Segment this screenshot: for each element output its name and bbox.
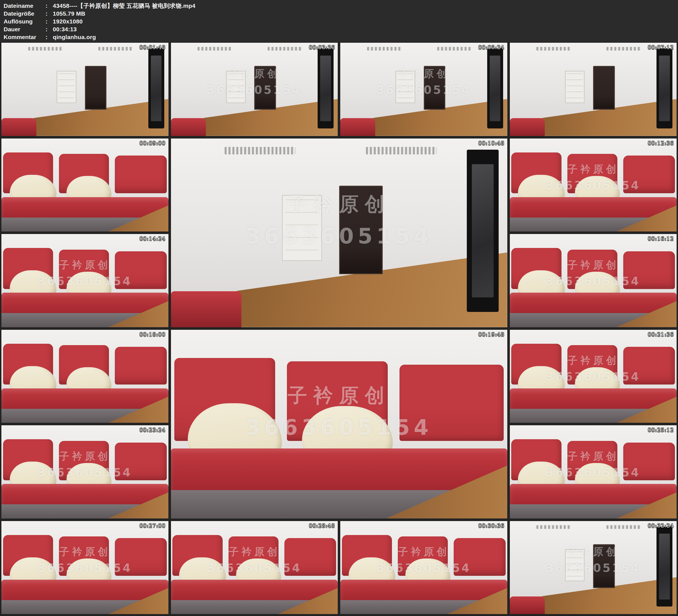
- metadata-separator: :: [45, 2, 53, 10]
- placeholder-mirror: [487, 48, 503, 128]
- metadata-row-resolution: Auflösung : 1920x1080: [4, 17, 678, 26]
- timestamp-badge: 00:03:36: [309, 44, 335, 50]
- timestamp-badge: 00:12:36: [648, 140, 674, 146]
- placeholder-sofa-corner: [510, 118, 545, 136]
- timestamp-badge: 00:32:24: [648, 523, 674, 529]
- timestamp-badge: 00:10:48: [478, 140, 504, 146]
- placeholder-mirror: [467, 150, 499, 312]
- duration-value: 00:34:13: [53, 26, 77, 33]
- metadata-row-filesize: Dateigröße : 1055.79 MB: [4, 10, 678, 17]
- video-thumbnail: 子衿原创 3663605154 00:03:36: [171, 43, 338, 136]
- thumbnail-grid: 子衿原创 3663605154 00:01:48 子衿原创 3663605154…: [0, 43, 678, 616]
- metadata-label: Auflösung: [4, 17, 45, 26]
- timestamp-badge: 00:21:36: [648, 331, 674, 337]
- metadata-row-duration: Dauer : 00:34:13: [4, 26, 678, 33]
- metadata-separator: :: [45, 26, 53, 33]
- placeholder-ceiling-vent: [366, 147, 437, 154]
- video-thumbnail: 子衿原创 3663605154 00:25:12: [510, 425, 677, 518]
- placeholder-door: [593, 66, 615, 110]
- video-thumbnail: 子衿原创 3663605154 00:09:00: [1, 139, 168, 232]
- placeholder-door: [593, 544, 615, 588]
- resolution-value: 1920x1080: [53, 17, 83, 26]
- video-thumbnail: 子衿原创 3663605154 00:27:00: [1, 521, 168, 614]
- placeholder-cabinet: [565, 71, 585, 103]
- filesize-value: 1055.79 MB: [53, 10, 85, 17]
- timestamp-badge: 00:05:24: [478, 44, 504, 50]
- video-thumbnail: 子衿原创 3663605154 00:14:24: [1, 234, 168, 327]
- metadata-separator: :: [45, 33, 53, 41]
- timestamp-badge: 00:18:00: [139, 331, 165, 337]
- placeholder-ceiling-vent: [606, 47, 641, 50]
- metadata-separator: :: [45, 10, 53, 17]
- placeholder-mirror: [656, 48, 672, 128]
- placeholder-ceiling-vent: [98, 47, 133, 50]
- video-thumbnail: 子衿原创 3663605154 00:05:24: [340, 43, 507, 136]
- video-thumbnail: 子衿原创 3663605154 00:28:48: [171, 521, 338, 614]
- video-thumbnail: 子衿原创 3663605154 00:01:48: [1, 43, 168, 136]
- placeholder-sofa-corner: [171, 291, 242, 327]
- placeholder-mirror: [317, 48, 334, 128]
- placeholder-sofa-corner: [340, 118, 375, 136]
- placeholder-ceiling-vent: [197, 47, 232, 50]
- metadata-row-comment: Kommentar : qinglanhua.org: [4, 33, 678, 41]
- timestamp-badge: 00:09:00: [139, 140, 165, 146]
- placeholder-mirror: [148, 48, 164, 128]
- video-thumbnail: 子衿原创 3663605154 00:16:12: [510, 234, 677, 327]
- timestamp-badge: 00:16:12: [648, 235, 674, 241]
- video-thumbnail: 子衿原创 3663605154 00:12:36: [510, 139, 677, 232]
- placeholder-mirror: [656, 527, 672, 607]
- timestamp-badge: 00:28:48: [309, 523, 335, 529]
- placeholder-sofa-corner: [171, 118, 206, 136]
- placeholder-ceiling-vent: [606, 525, 641, 529]
- placeholder-ceiling-vent: [536, 47, 571, 50]
- video-thumbnail: 子衿原创 3663605154 00:21:36: [510, 330, 677, 423]
- video-thumbnail: 子衿原创 3663605154 00:30:36: [340, 521, 507, 614]
- comment-value: qinglanhua.org: [53, 33, 96, 41]
- timestamp-badge: 00:30:36: [478, 523, 504, 529]
- timestamp-badge: 00:19:48: [478, 331, 504, 337]
- video-thumbnail: 子衿原创 3663605154 00:23:24: [1, 425, 168, 518]
- timestamp-badge: 00:27:00: [139, 523, 165, 529]
- placeholder-ceiling-vent: [268, 47, 303, 50]
- placeholder-ceiling-vent: [367, 47, 402, 50]
- timestamp-badge: 00:07:12: [648, 44, 674, 50]
- placeholder-door: [424, 66, 446, 110]
- timestamp-badge: 00:25:12: [648, 427, 674, 433]
- metadata-label: Dateiname: [4, 2, 45, 10]
- metadata-separator: :: [45, 17, 53, 26]
- video-thumbnail: 子衿原创 3663605154 00:10:48: [171, 139, 507, 327]
- video-thumbnail: 子衿原创 3663605154 00:07:12: [510, 43, 677, 136]
- metadata-label: Dauer: [4, 26, 45, 33]
- placeholder-ceiling-vent: [437, 47, 472, 50]
- placeholder-cabinet: [282, 195, 322, 261]
- placeholder-cabinet: [226, 71, 246, 103]
- placeholder-door: [254, 66, 276, 110]
- filename-value: 43458----【子衿原创】柳莹 五花驷马 被电到求饶.mp4: [53, 2, 195, 10]
- metadata-row-filename: Dateiname : 43458----【子衿原创】柳莹 五花驷马 被电到求饶…: [4, 2, 678, 10]
- placeholder-door: [339, 186, 383, 274]
- metadata-label: Dateigröße: [4, 10, 45, 17]
- video-thumbnail: 子衿原创 3663605154 00:19:48: [171, 330, 507, 518]
- timestamp-badge: 00:14:24: [139, 235, 165, 241]
- placeholder-ceiling-vent: [225, 147, 295, 154]
- timestamp-badge: 00:23:24: [139, 427, 165, 433]
- video-thumbnail: 子衿原创 3663605154 00:18:00: [1, 330, 168, 423]
- placeholder-cabinet: [565, 549, 585, 582]
- placeholder-sofa-corner: [1, 118, 36, 136]
- metadata-label: Kommentar: [4, 33, 45, 41]
- file-metadata-header: Dateiname : 43458----【子衿原创】柳莹 五花驷马 被电到求饶…: [0, 0, 678, 42]
- placeholder-ceiling-vent: [28, 47, 63, 50]
- placeholder-cabinet: [395, 71, 415, 103]
- video-thumbnail: 子衿原创 3663605154 00:32:24: [510, 521, 677, 614]
- placeholder-ceiling-vent: [536, 525, 571, 529]
- timestamp-badge: 00:01:48: [139, 44, 165, 50]
- placeholder-door: [85, 66, 107, 110]
- placeholder-cabinet: [57, 71, 77, 103]
- placeholder-sofa-corner: [510, 596, 545, 614]
